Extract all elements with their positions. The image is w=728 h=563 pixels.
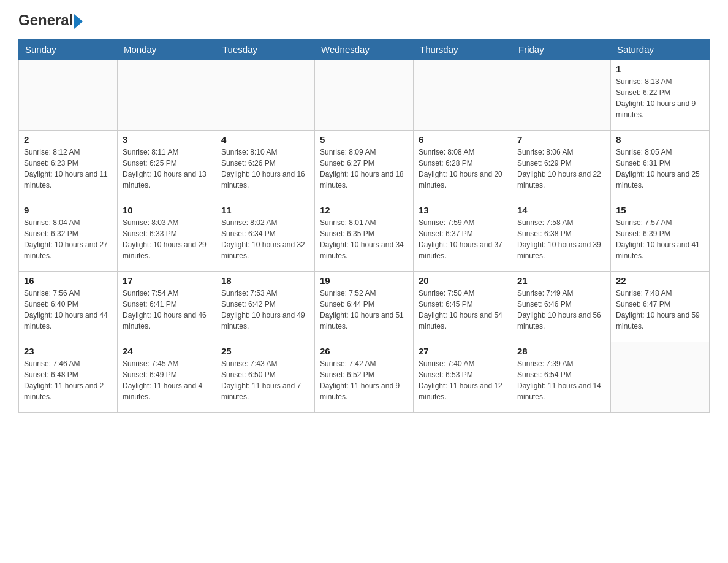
day-number: 11 bbox=[221, 205, 309, 215]
day-info: Sunrise: 7:49 AMSunset: 6:46 PMDaylight:… bbox=[517, 288, 605, 332]
day-info: Sunrise: 7:59 AMSunset: 6:37 PMDaylight:… bbox=[419, 217, 507, 261]
day-info: Sunrise: 7:43 AMSunset: 6:50 PMDaylight:… bbox=[221, 358, 309, 402]
day-number: 13 bbox=[419, 205, 507, 215]
calendar-cell: 23Sunrise: 7:46 AMSunset: 6:48 PMDayligh… bbox=[19, 342, 118, 412]
day-of-week-header: Thursday bbox=[414, 39, 512, 59]
calendar-cell: 13Sunrise: 7:59 AMSunset: 6:37 PMDayligh… bbox=[414, 201, 512, 271]
day-number: 8 bbox=[616, 134, 704, 145]
calendar-cell: 14Sunrise: 7:58 AMSunset: 6:38 PMDayligh… bbox=[512, 201, 611, 271]
day-of-week-header: Wednesday bbox=[315, 39, 414, 59]
day-number: 21 bbox=[517, 275, 605, 286]
day-number: 20 bbox=[419, 275, 507, 286]
day-info: Sunrise: 7:42 AMSunset: 6:52 PMDaylight:… bbox=[320, 358, 408, 402]
day-info: Sunrise: 8:05 AMSunset: 6:31 PMDaylight:… bbox=[616, 147, 704, 191]
calendar-cell: 19Sunrise: 7:52 AMSunset: 6:44 PMDayligh… bbox=[315, 271, 414, 342]
day-info: Sunrise: 8:02 AMSunset: 6:34 PMDaylight:… bbox=[221, 217, 309, 261]
day-info: Sunrise: 8:12 AMSunset: 6:23 PMDaylight:… bbox=[24, 147, 112, 191]
calendar-cell: 24Sunrise: 7:45 AMSunset: 6:49 PMDayligh… bbox=[118, 342, 216, 412]
day-info: Sunrise: 7:58 AMSunset: 6:38 PMDaylight:… bbox=[517, 217, 605, 261]
day-number: 6 bbox=[419, 134, 507, 145]
calendar-cell: 18Sunrise: 7:53 AMSunset: 6:42 PMDayligh… bbox=[216, 271, 315, 342]
calendar-cell: 28Sunrise: 7:39 AMSunset: 6:54 PMDayligh… bbox=[512, 342, 611, 412]
day-info: Sunrise: 7:54 AMSunset: 6:41 PMDaylight:… bbox=[123, 288, 211, 332]
logo-line1: General bbox=[18, 12, 83, 29]
day-info: Sunrise: 8:10 AMSunset: 6:26 PMDaylight:… bbox=[221, 147, 309, 191]
calendar-cell: 3Sunrise: 8:11 AMSunset: 6:25 PMDaylight… bbox=[118, 130, 216, 201]
day-info: Sunrise: 7:45 AMSunset: 6:49 PMDaylight:… bbox=[123, 358, 211, 402]
calendar-week-row: 16Sunrise: 7:56 AMSunset: 6:40 PMDayligh… bbox=[19, 271, 710, 342]
day-info: Sunrise: 7:57 AMSunset: 6:39 PMDaylight:… bbox=[616, 217, 704, 261]
calendar-cell: 17Sunrise: 7:54 AMSunset: 6:41 PMDayligh… bbox=[118, 271, 216, 342]
day-number: 2 bbox=[24, 134, 112, 145]
calendar-cell bbox=[414, 59, 512, 130]
calendar-cell: 6Sunrise: 8:08 AMSunset: 6:28 PMDaylight… bbox=[414, 130, 512, 201]
day-number: 5 bbox=[320, 134, 408, 145]
calendar-cell: 27Sunrise: 7:40 AMSunset: 6:53 PMDayligh… bbox=[414, 342, 512, 412]
day-number: 14 bbox=[517, 205, 605, 215]
day-number: 23 bbox=[24, 346, 112, 356]
day-of-week-header: Friday bbox=[512, 39, 611, 59]
day-info: Sunrise: 8:11 AMSunset: 6:25 PMDaylight:… bbox=[123, 147, 211, 191]
calendar-cell: 9Sunrise: 8:04 AMSunset: 6:32 PMDaylight… bbox=[19, 201, 118, 271]
calendar-header-row: SundayMondayTuesdayWednesdayThursdayFrid… bbox=[19, 39, 710, 59]
day-info: Sunrise: 8:01 AMSunset: 6:35 PMDaylight:… bbox=[320, 217, 408, 261]
day-number: 10 bbox=[123, 205, 211, 215]
day-number: 3 bbox=[123, 134, 211, 145]
calendar-table: SundayMondayTuesdayWednesdayThursdayFrid… bbox=[18, 39, 710, 413]
day-of-week-header: Tuesday bbox=[216, 39, 315, 59]
day-info: Sunrise: 7:52 AMSunset: 6:44 PMDaylight:… bbox=[320, 288, 408, 332]
day-of-week-header: Saturday bbox=[611, 39, 710, 59]
calendar-cell bbox=[19, 59, 118, 130]
day-number: 15 bbox=[616, 205, 704, 215]
day-of-week-header: Sunday bbox=[19, 39, 118, 59]
calendar-cell bbox=[118, 59, 216, 130]
calendar-cell: 16Sunrise: 7:56 AMSunset: 6:40 PMDayligh… bbox=[19, 271, 118, 342]
calendar-week-row: 1Sunrise: 8:13 AMSunset: 6:22 PMDaylight… bbox=[19, 59, 710, 130]
day-info: Sunrise: 8:03 AMSunset: 6:33 PMDaylight:… bbox=[123, 217, 211, 261]
day-number: 17 bbox=[123, 275, 211, 286]
calendar-cell: 4Sunrise: 8:10 AMSunset: 6:26 PMDaylight… bbox=[216, 130, 315, 201]
calendar-cell: 8Sunrise: 8:05 AMSunset: 6:31 PMDaylight… bbox=[611, 130, 710, 201]
day-info: Sunrise: 7:46 AMSunset: 6:48 PMDaylight:… bbox=[24, 358, 112, 402]
logo-arrow-icon bbox=[74, 14, 83, 29]
calendar-week-row: 23Sunrise: 7:46 AMSunset: 6:48 PMDayligh… bbox=[19, 342, 710, 412]
calendar-week-row: 2Sunrise: 8:12 AMSunset: 6:23 PMDaylight… bbox=[19, 130, 710, 201]
calendar-cell: 12Sunrise: 8:01 AMSunset: 6:35 PMDayligh… bbox=[315, 201, 414, 271]
calendar-cell: 26Sunrise: 7:42 AMSunset: 6:52 PMDayligh… bbox=[315, 342, 414, 412]
day-info: Sunrise: 7:40 AMSunset: 6:53 PMDaylight:… bbox=[419, 358, 507, 402]
calendar-cell: 15Sunrise: 7:57 AMSunset: 6:39 PMDayligh… bbox=[611, 201, 710, 271]
day-info: Sunrise: 8:06 AMSunset: 6:29 PMDaylight:… bbox=[517, 147, 605, 191]
page-header: General bbox=[18, 12, 710, 29]
day-number: 22 bbox=[616, 275, 704, 286]
day-number: 4 bbox=[221, 134, 309, 145]
calendar-cell: 7Sunrise: 8:06 AMSunset: 6:29 PMDaylight… bbox=[512, 130, 611, 201]
day-number: 9 bbox=[24, 205, 112, 215]
day-number: 28 bbox=[517, 346, 605, 356]
day-number: 7 bbox=[517, 134, 605, 145]
calendar-cell: 22Sunrise: 7:48 AMSunset: 6:47 PMDayligh… bbox=[611, 271, 710, 342]
calendar-cell: 20Sunrise: 7:50 AMSunset: 6:45 PMDayligh… bbox=[414, 271, 512, 342]
day-info: Sunrise: 7:50 AMSunset: 6:45 PMDaylight:… bbox=[419, 288, 507, 332]
day-number: 25 bbox=[221, 346, 309, 356]
calendar-week-row: 9Sunrise: 8:04 AMSunset: 6:32 PMDaylight… bbox=[19, 201, 710, 271]
day-info: Sunrise: 7:39 AMSunset: 6:54 PMDaylight:… bbox=[517, 358, 605, 402]
calendar-cell bbox=[611, 342, 710, 412]
calendar-cell: 10Sunrise: 8:03 AMSunset: 6:33 PMDayligh… bbox=[118, 201, 216, 271]
day-number: 1 bbox=[616, 64, 704, 74]
day-info: Sunrise: 7:56 AMSunset: 6:40 PMDaylight:… bbox=[24, 288, 112, 332]
day-info: Sunrise: 8:04 AMSunset: 6:32 PMDaylight:… bbox=[24, 217, 112, 261]
day-info: Sunrise: 8:13 AMSunset: 6:22 PMDaylight:… bbox=[616, 76, 704, 120]
calendar-cell bbox=[512, 59, 611, 130]
day-number: 24 bbox=[123, 346, 211, 356]
calendar-cell: 25Sunrise: 7:43 AMSunset: 6:50 PMDayligh… bbox=[216, 342, 315, 412]
day-info: Sunrise: 7:53 AMSunset: 6:42 PMDaylight:… bbox=[221, 288, 309, 332]
calendar-cell: 21Sunrise: 7:49 AMSunset: 6:46 PMDayligh… bbox=[512, 271, 611, 342]
day-info: Sunrise: 8:09 AMSunset: 6:27 PMDaylight:… bbox=[320, 147, 408, 191]
calendar-cell bbox=[216, 59, 315, 130]
day-info: Sunrise: 8:08 AMSunset: 6:28 PMDaylight:… bbox=[419, 147, 507, 191]
logo: General bbox=[18, 12, 83, 29]
calendar-cell bbox=[315, 59, 414, 130]
calendar-cell: 2Sunrise: 8:12 AMSunset: 6:23 PMDaylight… bbox=[19, 130, 118, 201]
day-of-week-header: Monday bbox=[118, 39, 216, 59]
calendar-cell: 1Sunrise: 8:13 AMSunset: 6:22 PMDaylight… bbox=[611, 59, 710, 130]
